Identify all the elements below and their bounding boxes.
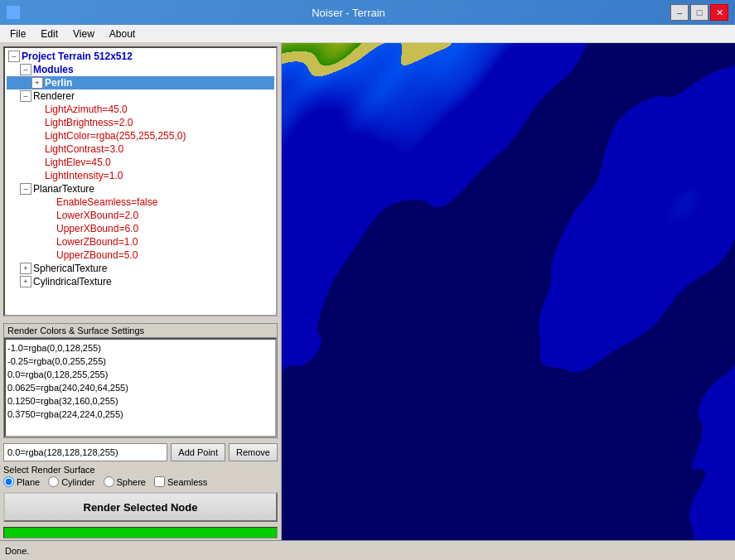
menu-item-file[interactable]: File xyxy=(3,27,32,41)
collapse-icon[interactable]: – xyxy=(20,90,31,102)
radio-sphere[interactable]: Sphere xyxy=(104,476,146,487)
seamless-checkbox[interactable] xyxy=(154,476,165,487)
tree-node-cylindricaltexture[interactable]: +CylindricalTexture xyxy=(7,275,274,288)
edit-bar: Add Point Remove xyxy=(3,443,278,461)
window-title: Noiser - Terrain xyxy=(27,7,670,19)
node-label-lightazimuth: LightAzimuth=45.0 xyxy=(45,104,128,115)
colors-section-label: Render Colors & Surface Settings xyxy=(4,324,277,338)
collapse-icon[interactable]: – xyxy=(8,51,20,62)
node-label-upperzbound: UpperZBound=5.0 xyxy=(56,249,138,261)
color-entry[interactable]: 0.3750=rgba(224,224,0,255) xyxy=(7,408,273,421)
node-label-renderer: Renderer xyxy=(33,90,75,102)
render-btn-area: Render Selected Node xyxy=(3,492,278,522)
surface-section: Select Render Surface Plane Cylinder Sph… xyxy=(3,465,278,487)
node-label-lightcolor: LightColor=rgba(255,255,255,0) xyxy=(45,130,186,142)
progress-bar xyxy=(3,527,278,538)
expand-icon[interactable]: + xyxy=(20,276,31,287)
node-label-project: Project Terrain 512x512 xyxy=(22,51,133,62)
tree-node-modules[interactable]: –Modules xyxy=(7,63,274,76)
radio-plane[interactable]: Plane xyxy=(3,476,40,487)
radio-plane-input[interactable] xyxy=(3,476,14,487)
node-label-lowerzbound: LowerZBound=1.0 xyxy=(56,236,138,248)
tree-node-planartexture[interactable]: –PlanarTexture xyxy=(7,182,274,196)
expand-icon[interactable]: + xyxy=(20,263,31,274)
tree-node-upperxbound[interactable]: UpperXBound=6.0 xyxy=(7,222,274,235)
tree-node-lightcontrast[interactable]: LightContrast=3.0 xyxy=(7,142,274,156)
seamless-checkbox-label[interactable]: Seamless xyxy=(154,476,207,487)
render-selected-node-button[interactable]: Render Selected Node xyxy=(3,492,278,522)
expand-icon[interactable]: + xyxy=(31,77,43,89)
tree-node-enableseamless[interactable]: EnableSeamless=false xyxy=(7,196,274,209)
node-label-planartexture: PlanarTexture xyxy=(33,183,94,195)
title-bar: Noiser - Terrain – □ ✕ xyxy=(0,0,735,25)
tree-node-lowerzbound[interactable]: LowerZBound=1.0 xyxy=(7,235,274,249)
close-button[interactable]: ✕ xyxy=(710,4,728,21)
minimize-button[interactable]: – xyxy=(670,4,689,21)
radio-cylinder-input[interactable] xyxy=(48,476,59,487)
node-label-lightcontrast: LightContrast=3.0 xyxy=(45,143,123,155)
app-icon xyxy=(7,6,20,19)
menu-item-view[interactable]: View xyxy=(66,27,101,41)
node-label-perlin: Perlin xyxy=(45,77,72,89)
tree-node-renderer[interactable]: –Renderer xyxy=(7,89,274,103)
color-entry[interactable]: 0.0=rgba(0,128,255,255) xyxy=(7,368,273,381)
radio-sphere-input[interactable] xyxy=(104,476,114,487)
tree-node-lightelev[interactable]: LightElev=45.0 xyxy=(7,156,274,169)
node-label-lightintensity: LightIntensity=1.0 xyxy=(45,170,123,181)
color-entry[interactable]: -1.0=rgba(0,0,128,255) xyxy=(7,341,273,355)
radio-group: Plane Cylinder Sphere Seamless xyxy=(3,476,278,487)
collapse-icon[interactable]: – xyxy=(20,64,31,75)
tree-area[interactable]: –Project Terrain 512x512–Modules+Perlin–… xyxy=(3,46,278,316)
tree-node-lowerxbound[interactable]: LowerXBound=2.0 xyxy=(7,209,274,222)
colors-list[interactable]: -1.0=rgba(0,0,128,255)-0.25=rgba(0,0,255… xyxy=(4,338,277,437)
menu-bar: FileEditViewAbout xyxy=(0,25,735,43)
surface-label: Select Render Surface xyxy=(3,465,278,475)
menu-item-about[interactable]: About xyxy=(103,27,142,41)
progress-fill xyxy=(4,528,277,538)
tree-node-upperzbound[interactable]: UpperZBound=5.0 xyxy=(7,249,274,262)
node-label-upperxbound: UpperXBound=6.0 xyxy=(56,223,138,234)
color-entry[interactable]: 0.1250=rgba(32,160,0,255) xyxy=(7,394,273,408)
colors-section: Render Colors & Surface Settings -1.0=rg… xyxy=(3,323,278,438)
left-panel: –Project Terrain 512x512–Modules+Perlin–… xyxy=(0,43,282,540)
status-bar: Done. xyxy=(0,540,735,560)
menu-item-edit[interactable]: Edit xyxy=(34,27,65,41)
terrain-panel xyxy=(282,43,735,540)
add-point-button[interactable]: Add Point xyxy=(171,443,225,461)
window-controls: – □ ✕ xyxy=(670,4,728,21)
tree-node-lightcolor[interactable]: LightColor=rgba(255,255,255,0) xyxy=(7,129,274,142)
status-text: Done. xyxy=(5,546,29,556)
seamless-label: Seamless xyxy=(167,477,207,487)
tree-node-sphericaltexture[interactable]: +SphericalTexture xyxy=(7,262,274,275)
color-entry[interactable]: -0.25=rgba(0,0,255,255) xyxy=(7,355,273,368)
node-label-modules: Modules xyxy=(33,64,74,75)
tree-node-project[interactable]: –Project Terrain 512x512 xyxy=(7,50,274,63)
node-label-lightbrightness: LightBrightness=2.0 xyxy=(45,117,133,128)
radio-cylinder-label: Cylinder xyxy=(61,477,94,487)
collapse-icon[interactable]: – xyxy=(20,183,31,195)
main-content: –Project Terrain 512x512–Modules+Perlin–… xyxy=(0,43,735,540)
node-label-lowerxbound: LowerXBound=2.0 xyxy=(56,210,138,221)
progress-area xyxy=(3,527,278,538)
radio-cylinder[interactable]: Cylinder xyxy=(48,476,94,487)
node-label-cylindricaltexture: CylindricalTexture xyxy=(33,276,112,287)
tree-node-lightazimuth[interactable]: LightAzimuth=45.0 xyxy=(7,103,274,116)
radio-sphere-label: Sphere xyxy=(117,477,146,487)
remove-button[interactable]: Remove xyxy=(229,443,278,461)
color-entry[interactable]: 0.0625=rgba(240,240,64,255) xyxy=(7,381,273,394)
restore-button[interactable]: □ xyxy=(690,4,708,21)
node-label-enableseamless: EnableSeamless=false xyxy=(56,196,157,208)
radio-plane-label: Plane xyxy=(17,477,40,487)
color-edit-input[interactable] xyxy=(3,443,167,461)
node-label-lightelev: LightElev=45.0 xyxy=(45,157,111,168)
node-label-sphericaltexture: SphericalTexture xyxy=(33,263,107,274)
tree-node-perlin[interactable]: +Perlin xyxy=(7,76,274,89)
tree-node-lightintensity[interactable]: LightIntensity=1.0 xyxy=(7,169,274,182)
tree-node-lightbrightness[interactable]: LightBrightness=2.0 xyxy=(7,116,274,129)
terrain-canvas xyxy=(282,43,735,540)
